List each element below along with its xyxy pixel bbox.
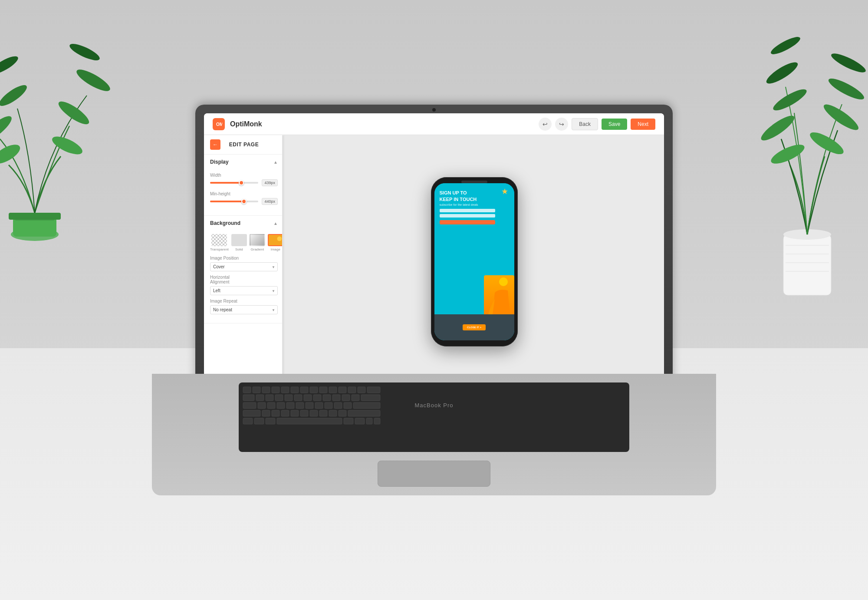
- panel-scrollbar[interactable]: [282, 135, 284, 389]
- image-repeat-select[interactable]: No repeat Repeat Repeat X Repeat Y: [210, 305, 278, 314]
- min-height-control: Min-height 440px: [210, 191, 278, 205]
- svg-rect-77: [315, 402, 323, 409]
- svg-rect-85: [281, 410, 289, 416]
- svg-rect-90: [329, 410, 337, 416]
- background-collapse-icon: ▲: [273, 221, 278, 226]
- background-section: Background ▲ Transparent: [204, 216, 284, 323]
- next-button[interactable]: Next: [631, 119, 655, 130]
- gradient-box: [250, 234, 265, 246]
- svg-rect-46: [272, 387, 279, 393]
- background-section-header[interactable]: Background ▲: [204, 216, 284, 231]
- background-section-title: Background: [210, 220, 240, 226]
- svg-rect-80: [344, 402, 352, 409]
- svg-rect-43: [243, 387, 251, 393]
- phone-mockup: ★ SIGN UP TO KEEP IN TOUCH subscribe for…: [431, 177, 518, 346]
- svg-rect-66: [332, 395, 340, 401]
- panel-back-button[interactable]: ←: [210, 139, 220, 150]
- gradient-label: Gradient: [251, 247, 264, 251]
- svg-rect-82: [243, 410, 260, 416]
- horizontal-alignment-label: HorizontalAlignment: [210, 275, 278, 284]
- svg-rect-91: [339, 410, 346, 416]
- svg-rect-67: [342, 395, 350, 401]
- preview-area: ★ SIGN UP TO KEEP IN TOUCH subscribe for…: [284, 135, 664, 389]
- display-section-header[interactable]: Display ▲: [204, 155, 284, 169]
- width-slider-track[interactable]: [210, 182, 258, 184]
- save-button[interactable]: Save: [602, 119, 627, 130]
- svg-point-23: [826, 75, 866, 103]
- popup-close-button[interactable]: CLOSE IT >: [463, 324, 486, 330]
- svg-rect-57: [243, 395, 254, 401]
- redo-button[interactable]: ↪: [555, 118, 568, 131]
- macbook-keyboard-area: MacBook Pro: [152, 374, 716, 495]
- logo-text: OptiMonk: [230, 120, 533, 128]
- svg-rect-71: [258, 402, 266, 409]
- svg-rect-54: [348, 387, 356, 393]
- display-collapse-icon: ▲: [273, 160, 278, 165]
- width-control: Width 439px: [210, 173, 278, 186]
- svg-rect-60: [275, 395, 283, 401]
- back-button[interactable]: Back: [572, 118, 598, 130]
- svg-rect-58: [256, 395, 264, 401]
- bg-option-gradient[interactable]: Gradient: [250, 234, 265, 251]
- image-position-select-wrapper: Cover Contain Auto ▼: [210, 262, 278, 271]
- svg-rect-68: [352, 395, 359, 401]
- macbook-model-label: MacBook Pro: [414, 402, 453, 409]
- solid-box: [231, 234, 247, 246]
- bg-option-image[interactable]: Image: [268, 234, 283, 251]
- min-height-label: Min-height: [210, 191, 278, 196]
- svg-rect-98: [355, 418, 365, 424]
- svg-point-8: [74, 66, 112, 95]
- svg-rect-84: [272, 410, 279, 416]
- bg-option-transparent[interactable]: Transparent: [210, 234, 229, 251]
- svg-rect-52: [329, 387, 337, 393]
- svg-rect-99: [366, 418, 372, 424]
- panel-title: EDIT PAGE: [229, 142, 259, 148]
- bg-option-solid[interactable]: Solid: [231, 234, 247, 251]
- svg-point-3: [0, 141, 23, 168]
- svg-point-19: [807, 129, 846, 158]
- svg-rect-95: [266, 418, 275, 424]
- preview-canvas: ★ SIGN UP TO KEEP IN TOUCH subscribe for…: [284, 135, 664, 389]
- top-bar-actions: ↩ ↪ Back Save Next: [539, 118, 655, 131]
- phone-screen: ★ SIGN UP TO KEEP IN TOUCH subscribe for…: [434, 183, 514, 340]
- svg-point-6: [56, 98, 92, 128]
- svg-rect-49: [300, 387, 308, 393]
- svg-rect-75: [296, 402, 304, 409]
- macbook-trackpad[interactable]: [378, 461, 490, 487]
- panel-header: ← EDIT PAGE: [204, 135, 284, 155]
- svg-rect-92: [348, 410, 380, 416]
- svg-rect-74: [286, 402, 294, 409]
- svg-point-25: [829, 50, 868, 76]
- svg-rect-86: [291, 410, 299, 416]
- image-box: [268, 234, 283, 246]
- undo-button[interactable]: ↩: [539, 118, 552, 131]
- macbook-screen: OM OptiMonk ↩ ↪ Back Save: [204, 113, 664, 404]
- left-panel: ← EDIT PAGE Display ▲: [204, 135, 284, 389]
- svg-point-9: [0, 53, 20, 77]
- svg-point-10: [68, 41, 102, 63]
- svg-rect-61: [285, 395, 293, 401]
- plant-right: [746, 0, 868, 304]
- svg-point-37: [499, 277, 508, 286]
- macbook-screen-bezel: OM OptiMonk ↩ ↪ Back Save: [195, 105, 673, 413]
- svg-rect-87: [300, 410, 308, 416]
- popup-headline-line2: KEEP IN TOUCH: [440, 197, 477, 202]
- svg-rect-69: [361, 395, 380, 401]
- svg-rect-53: [339, 387, 346, 393]
- svg-rect-100: [374, 418, 380, 424]
- plant-left: [0, 0, 122, 260]
- image-repeat-label: Image Repeat: [210, 299, 278, 303]
- app-ui: OM OptiMonk ↩ ↪ Back Save: [204, 113, 664, 404]
- min-height-slider-track[interactable]: [210, 201, 258, 202]
- camera: [432, 108, 436, 112]
- svg-rect-73: [277, 402, 285, 409]
- svg-rect-11: [15, 217, 54, 221]
- undo-icon: ↩: [542, 121, 548, 128]
- horizontal-alignment-select[interactable]: Left Center Right: [210, 286, 278, 295]
- horizontal-alignment-select-wrapper: Left Center Right ▼: [210, 286, 278, 295]
- image-position-select[interactable]: Cover Contain Auto: [210, 262, 278, 271]
- redo-icon: ↪: [559, 121, 564, 128]
- display-section-title: Display: [210, 159, 229, 165]
- svg-rect-50: [310, 387, 318, 393]
- popup-subscribe-button[interactable]: [440, 220, 495, 224]
